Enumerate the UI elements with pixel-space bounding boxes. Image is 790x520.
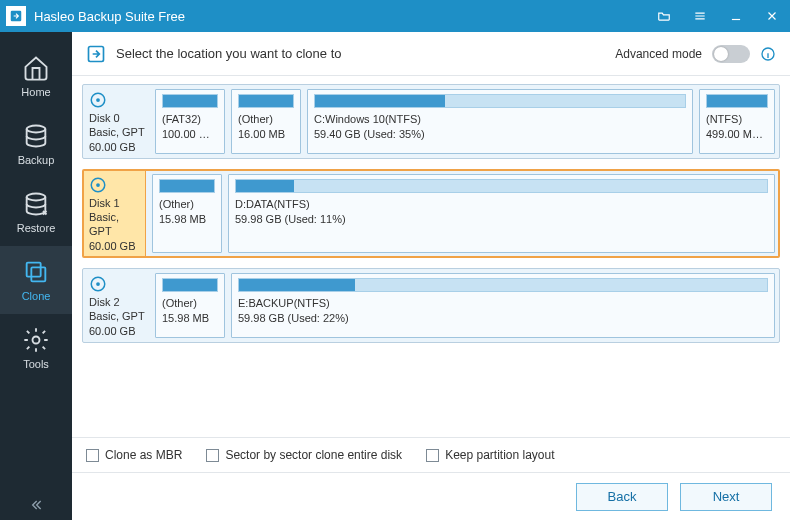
usage-bar — [238, 278, 768, 292]
usage-bar — [159, 179, 215, 193]
partition-label: (Other) — [162, 296, 218, 311]
disk-header: Disk 0Basic, GPT60.00 GB — [87, 89, 149, 154]
app-title: Hasleo Backup Suite Free — [34, 9, 646, 24]
svg-point-1 — [27, 126, 46, 133]
partition-label: (Other) — [238, 112, 294, 127]
partition-size: 16.00 MB — [238, 127, 294, 142]
partition[interactable]: C:Windows 10(NTFS)59.40 GB (Used: 35%) — [307, 89, 693, 154]
option-label: Keep partition layout — [445, 448, 554, 462]
svg-point-13 — [96, 282, 100, 286]
disk-type: Basic, GPT — [89, 309, 147, 323]
page-title: Select the location you want to clone to — [116, 46, 605, 61]
disk-icon — [89, 275, 107, 293]
partition-size: 59.40 GB (Used: 35%) — [314, 127, 686, 142]
sidebar-item-label: Tools — [23, 358, 49, 370]
disk-header: Disk 2Basic, GPT60.00 GB — [87, 273, 149, 338]
sidebar-item-restore[interactable]: Restore — [0, 178, 72, 246]
usage-bar — [706, 94, 768, 108]
next-button[interactable]: Next — [680, 483, 772, 511]
usage-bar — [162, 94, 218, 108]
sidebar: Home Backup Restore Clone Tools — [0, 32, 72, 520]
sidebar-item-home[interactable]: Home — [0, 42, 72, 110]
partition-size: 59.98 GB (Used: 22%) — [238, 311, 768, 326]
partition-label: (NTFS) — [706, 112, 768, 127]
clone-option[interactable]: Clone as MBR — [86, 448, 182, 462]
checkbox-icon — [86, 449, 99, 462]
disk-icon — [89, 91, 107, 109]
partition[interactable]: (NTFS)499.00 MB ... — [699, 89, 775, 154]
location-icon — [86, 44, 106, 64]
disk-name: Disk 1 — [89, 196, 141, 210]
footer: Back Next — [72, 472, 790, 520]
partition[interactable]: (Other)15.98 MB — [152, 174, 222, 253]
open-button[interactable] — [646, 0, 682, 32]
partition-size: 59.98 GB (Used: 11%) — [235, 212, 768, 227]
partition-label: E:BACKUP(NTFS) — [238, 296, 768, 311]
partition[interactable]: (FAT32)100.00 MB ... — [155, 89, 225, 154]
svg-point-9 — [96, 98, 100, 102]
partition-label: C:Windows 10(NTFS) — [314, 112, 686, 127]
minimize-button[interactable] — [718, 0, 754, 32]
sidebar-item-label: Home — [21, 86, 50, 98]
info-icon[interactable] — [760, 46, 776, 62]
usage-bar — [235, 179, 768, 193]
clone-options: Clone as MBRSector by sector clone entir… — [72, 437, 790, 472]
app-window: Hasleo Backup Suite Free Home Backup Res… — [0, 0, 790, 520]
checkbox-icon — [206, 449, 219, 462]
usage-bar — [314, 94, 686, 108]
main-panel: Select the location you want to clone to… — [72, 32, 790, 520]
partition[interactable]: E:BACKUP(NTFS)59.98 GB (Used: 22%) — [231, 273, 775, 338]
sidebar-item-backup[interactable]: Backup — [0, 110, 72, 178]
header: Select the location you want to clone to… — [72, 32, 790, 76]
partition[interactable]: D:DATA(NTFS)59.98 GB (Used: 11%) — [228, 174, 775, 253]
partition-size: 15.98 MB — [159, 212, 215, 227]
back-button[interactable]: Back — [576, 483, 668, 511]
svg-rect-4 — [31, 267, 45, 281]
disk-size: 60.00 GB — [89, 324, 147, 338]
partition-label: (Other) — [159, 197, 215, 212]
partition-size: 499.00 MB ... — [706, 127, 768, 142]
advanced-mode-label: Advanced mode — [615, 47, 702, 61]
disk-name: Disk 2 — [89, 295, 147, 309]
svg-point-11 — [96, 183, 100, 187]
disk-row[interactable]: Disk 0Basic, GPT60.00 GB(FAT32)100.00 MB… — [82, 84, 780, 159]
partition-label: D:DATA(NTFS) — [235, 197, 768, 212]
disk-type: Basic, GPT — [89, 125, 147, 139]
menu-button[interactable] — [682, 0, 718, 32]
clone-option[interactable]: Sector by sector clone entire disk — [206, 448, 402, 462]
disk-row[interactable]: Disk 1Basic, GPT60.00 GB(Other)15.98 MBD… — [82, 169, 780, 258]
sidebar-item-label: Clone — [22, 290, 51, 302]
partition[interactable]: (Other)15.98 MB — [155, 273, 225, 338]
sidebar-item-label: Backup — [18, 154, 55, 166]
svg-point-5 — [33, 337, 40, 344]
option-label: Clone as MBR — [105, 448, 182, 462]
disk-header: Disk 1Basic, GPT60.00 GB — [84, 171, 146, 256]
close-button[interactable] — [754, 0, 790, 32]
sidebar-item-tools[interactable]: Tools — [0, 314, 72, 382]
usage-bar — [238, 94, 294, 108]
disk-name: Disk 0 — [89, 111, 147, 125]
sidebar-collapse-button[interactable] — [0, 490, 72, 520]
disk-row[interactable]: Disk 2Basic, GPT60.00 GB(Other)15.98 MBE… — [82, 268, 780, 343]
disk-list: Disk 0Basic, GPT60.00 GB(FAT32)100.00 MB… — [72, 76, 790, 437]
disk-icon — [89, 176, 107, 194]
disk-size: 60.00 GB — [89, 140, 147, 154]
checkbox-icon — [426, 449, 439, 462]
titlebar: Hasleo Backup Suite Free — [0, 0, 790, 32]
usage-bar — [162, 278, 218, 292]
app-icon — [6, 6, 26, 26]
disk-type: Basic, GPT — [89, 210, 141, 239]
body: Home Backup Restore Clone Tools — [0, 32, 790, 520]
svg-point-2 — [27, 194, 46, 201]
option-label: Sector by sector clone entire disk — [225, 448, 402, 462]
clone-option[interactable]: Keep partition layout — [426, 448, 554, 462]
disk-size: 60.00 GB — [89, 239, 141, 253]
partition-label: (FAT32) — [162, 112, 218, 127]
advanced-mode-toggle[interactable] — [712, 45, 750, 63]
partition-size: 15.98 MB — [162, 311, 218, 326]
partition[interactable]: (Other)16.00 MB — [231, 89, 301, 154]
sidebar-item-clone[interactable]: Clone — [0, 246, 72, 314]
svg-rect-3 — [27, 263, 41, 277]
partition-size: 100.00 MB ... — [162, 127, 218, 142]
sidebar-item-label: Restore — [17, 222, 56, 234]
